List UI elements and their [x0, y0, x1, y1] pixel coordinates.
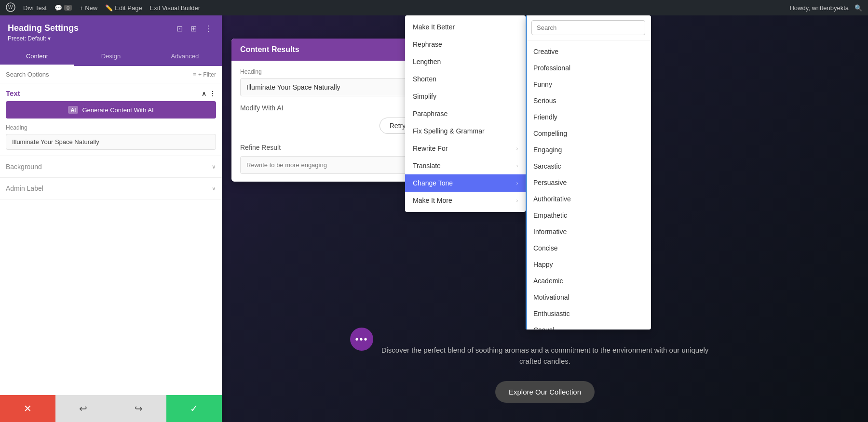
cancel-icon: ✕ [24, 403, 32, 414]
admin-label-section-header[interactable]: Admin Label ∨ [0, 178, 222, 199]
tone-item-concise[interactable]: Concise [526, 240, 651, 256]
ai-menu-item-make-more[interactable]: Make It More › [405, 192, 526, 209]
sidebar-header-info: Heading Settings Preset: Default ▾ [8, 23, 79, 42]
tone-item-friendly[interactable]: Friendly [526, 109, 651, 125]
search-options-input[interactable] [6, 71, 189, 78]
new-link[interactable]: + New [80, 4, 97, 12]
save-button[interactable]: ✓ [166, 395, 222, 422]
sidebar-preset[interactable]: Preset: Default ▾ [8, 35, 79, 42]
ai-menu-item-fix-spelling[interactable]: Fix Spelling & Grammar [405, 122, 526, 140]
text-section-title: Text [6, 89, 20, 97]
comments-link[interactable]: 💬 0 [54, 4, 72, 12]
redo-icon: ↪ [135, 403, 143, 414]
ai-menu-item-paraphrase[interactable]: Paraphrase [405, 105, 526, 122]
page-tagline: Discover the perfect blend of soothing a… [376, 345, 714, 367]
generate-content-button[interactable]: AI Generate Content With AI [6, 101, 216, 119]
tone-item-happy[interactable]: Happy [526, 256, 651, 273]
tone-item-casual[interactable]: Casual [526, 322, 651, 330]
ai-menu-item-make-better[interactable]: Make It Better [405, 18, 526, 36]
wp-logo-icon[interactable]: W [6, 2, 15, 13]
tone-item-enthusiastic[interactable]: Enthusiastic [526, 305, 651, 322]
expand-icon[interactable]: ⊞ [189, 23, 199, 34]
sidebar-tabs: Content Design Advanced [0, 48, 222, 66]
comment-count: 0 [64, 5, 72, 11]
admin-label-chevron-icon: ∨ [212, 185, 216, 192]
tone-list: Creative Professional Funny Serious Frie… [526, 40, 651, 330]
resize-icon[interactable]: ⊡ [175, 23, 185, 34]
explore-button[interactable]: Explore Our Collection [495, 381, 595, 403]
text-section-controls: ∧ ⋮ [202, 90, 216, 97]
ai-menu-item-rewrite-for[interactable]: Rewrite For › [405, 140, 526, 157]
change-tone-chevron-icon: › [516, 181, 518, 186]
exit-builder-link[interactable]: Exit Visual Builder [150, 4, 201, 12]
tone-item-creative[interactable]: Creative [526, 43, 651, 60]
make-more-chevron-icon: › [516, 198, 518, 203]
tone-item-persuasive[interactable]: Persuasive [526, 174, 651, 191]
ai-menu-item-shorten[interactable]: Shorten [405, 70, 526, 88]
comment-icon: 💬 [54, 4, 62, 12]
sidebar-panel: Heading Settings Preset: Default ▾ ⊡ ⊞ ⋮… [0, 15, 222, 422]
svg-text:W: W [8, 5, 13, 10]
search-icon[interactable]: 🔍 [854, 4, 862, 12]
heading-field-value[interactable]: Illuminate Your Space Naturally [6, 134, 216, 150]
floating-dots-button[interactable]: ••• [350, 328, 373, 351]
ai-menu-dropdown: Make It Better Rephrase Lengthen Shorten… [405, 15, 526, 212]
tone-item-sarcastic[interactable]: Sarcastic [526, 158, 651, 174]
tone-item-compelling[interactable]: Compelling [526, 125, 651, 142]
site-name[interactable]: Divi Test [23, 4, 47, 12]
ai-menu-item-translate[interactable]: Translate › [405, 157, 526, 174]
filter-button[interactable]: ≡ + Filter [193, 71, 216, 78]
tone-item-funny[interactable]: Funny [526, 76, 651, 92]
user-greeting[interactable]: Howdy, writtenbyekta [789, 4, 849, 12]
action-bar: ✕ ↩ ↪ ✓ [0, 395, 222, 422]
tone-submenu: Creative Professional Funny Serious Frie… [526, 15, 651, 330]
cancel-button[interactable]: ✕ [0, 395, 55, 422]
translate-chevron-icon: › [516, 163, 518, 169]
tone-item-serious[interactable]: Serious [526, 92, 651, 109]
ai-menu-item-lengthen[interactable]: Lengthen [405, 53, 526, 70]
text-section-more-icon[interactable]: ⋮ [209, 90, 216, 97]
page-overlay: Discover the perfect blend of soothing a… [222, 345, 868, 403]
tone-search-input[interactable] [531, 20, 645, 35]
tab-design[interactable]: Design [74, 48, 148, 66]
tone-item-authoritative[interactable]: Authoritative [526, 191, 651, 207]
redo-button[interactable]: ↪ [111, 395, 166, 422]
text-section-header: Text ∧ ⋮ [0, 83, 222, 101]
tone-search-container [526, 15, 651, 40]
heading-field-label: Heading [0, 124, 222, 134]
sidebar-header: Heading Settings Preset: Default ▾ ⊡ ⊞ ⋮ [0, 15, 222, 48]
tab-content[interactable]: Content [0, 48, 74, 66]
tone-item-empathetic[interactable]: Empathetic [526, 207, 651, 224]
background-section-header[interactable]: Background ∨ [0, 156, 222, 177]
undo-icon: ↩ [79, 403, 87, 414]
ai-menu-item-simplify[interactable]: Simplify [405, 88, 526, 105]
ai-menu-item-rephrase[interactable]: Rephrase [405, 36, 526, 53]
more-options-icon[interactable]: ⋮ [203, 23, 214, 34]
admin-bar-right: Howdy, writtenbyekta 🔍 [789, 4, 862, 12]
tone-item-engaging[interactable]: Engaging [526, 142, 651, 158]
ai-menu-item-change-tone[interactable]: Change Tone › [405, 174, 526, 192]
undo-button[interactable]: ↩ [55, 395, 111, 422]
dots-icon: ••• [355, 334, 368, 345]
save-icon: ✓ [190, 403, 198, 414]
filter-icon: ≡ [193, 71, 196, 78]
rewrite-for-chevron-icon: › [516, 146, 518, 151]
search-options-bar: ≡ + Filter [0, 66, 222, 83]
admin-label-section-title: Admin Label [6, 185, 43, 192]
tone-item-informative[interactable]: Informative [526, 224, 651, 240]
ai-icon: AI [68, 106, 78, 114]
sidebar-title: Heading Settings [8, 23, 79, 33]
tab-advanced[interactable]: Advanced [148, 48, 222, 66]
preset-chevron-icon: ▾ [48, 35, 51, 42]
sidebar-header-icons: ⊡ ⊞ ⋮ [175, 23, 214, 34]
text-section-collapse-icon[interactable]: ∧ [202, 90, 206, 97]
admin-bar: W Divi Test 💬 0 + New ✏️ Edit Page Exit … [0, 0, 868, 15]
text-section: Text ∧ ⋮ AI Generate Content With AI Hea… [0, 83, 222, 156]
tone-item-professional[interactable]: Professional [526, 60, 651, 76]
pencil-icon: ✏️ [105, 4, 113, 12]
edit-page-link[interactable]: ✏️ Edit Page [105, 4, 142, 12]
admin-label-section: Admin Label ∨ [0, 178, 222, 199]
background-section-title: Background [6, 163, 42, 171]
tone-item-motivational[interactable]: Motivational [526, 289, 651, 305]
tone-item-academic[interactable]: Academic [526, 273, 651, 289]
